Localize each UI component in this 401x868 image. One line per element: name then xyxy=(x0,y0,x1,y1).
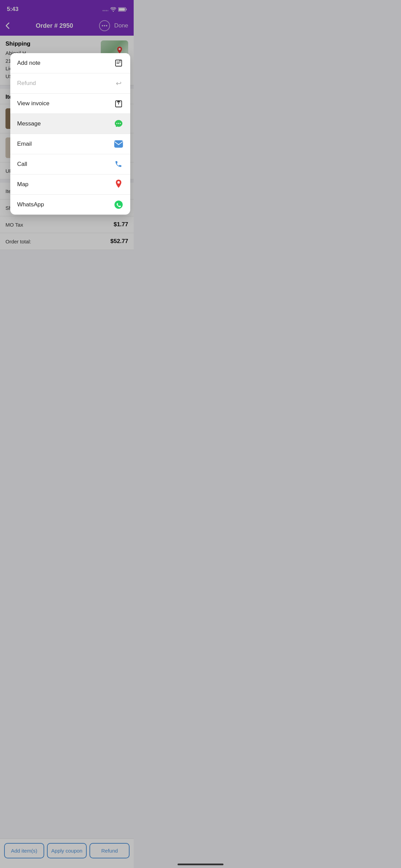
menu-item-refund[interactable]: Refund ↩ xyxy=(10,73,130,94)
svg-point-29 xyxy=(118,181,120,184)
message-icon xyxy=(114,119,123,129)
svg-rect-27 xyxy=(114,141,123,147)
menu-item-whatsapp[interactable]: WhatsApp xyxy=(10,195,130,215)
add-note-icon xyxy=(114,58,123,68)
menu-item-refund-label: Refund xyxy=(17,80,36,87)
menu-item-add-note[interactable]: Add note xyxy=(10,53,130,73)
svg-rect-19 xyxy=(116,60,122,66)
svg-point-25 xyxy=(118,123,119,124)
map-icon xyxy=(114,180,123,189)
menu-item-add-note-label: Add note xyxy=(17,60,40,67)
context-menu: Add note Refund ↩ View invoice Message xyxy=(10,53,130,215)
email-icon xyxy=(114,139,123,149)
view-invoice-icon xyxy=(114,99,123,108)
menu-item-view-invoice-label: View invoice xyxy=(17,100,49,107)
menu-item-call-label: Call xyxy=(17,161,27,168)
svg-point-24 xyxy=(117,123,118,124)
menu-item-whatsapp-label: WhatsApp xyxy=(17,201,44,208)
svg-point-26 xyxy=(120,123,121,124)
menu-item-call[interactable]: Call xyxy=(10,154,130,174)
menu-item-message-label: Message xyxy=(17,120,41,127)
menu-item-email[interactable]: Email xyxy=(10,134,130,154)
whatsapp-icon xyxy=(114,200,123,209)
call-icon xyxy=(114,159,123,169)
menu-item-view-invoice[interactable]: View invoice xyxy=(10,94,130,114)
menu-item-map[interactable]: Map xyxy=(10,174,130,195)
menu-item-map-label: Map xyxy=(17,181,28,188)
refund-icon: ↩ xyxy=(114,79,123,88)
menu-item-email-label: Email xyxy=(17,141,32,147)
menu-item-message[interactable]: Message xyxy=(10,114,130,134)
